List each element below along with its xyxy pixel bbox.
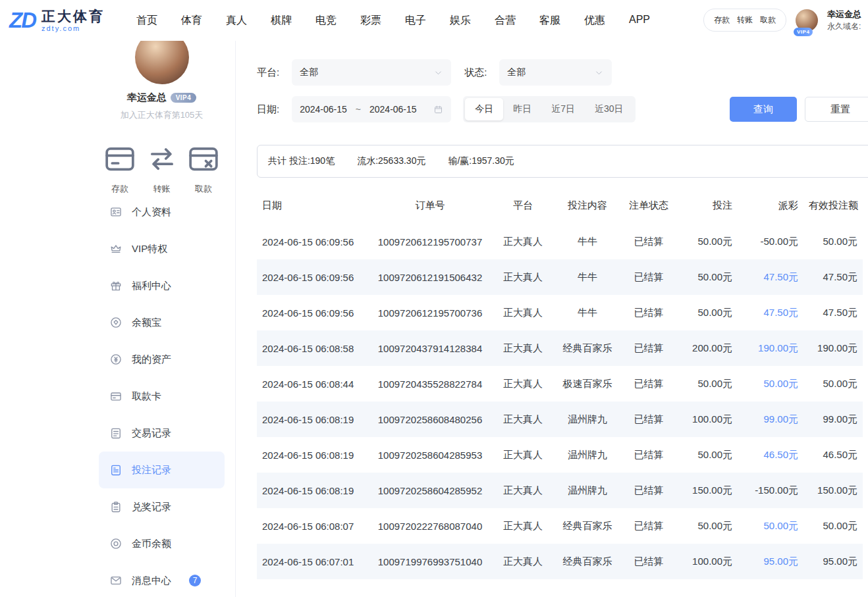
sidebar-item-redeem[interactable]: 兑奖记录 bbox=[99, 488, 225, 525]
quick-action-label: 转账 bbox=[153, 184, 171, 194]
table-row[interactable]: 2024-06-15 06:08:191009720258604285953正大… bbox=[257, 437, 863, 473]
gift-icon bbox=[109, 279, 122, 292]
sidebar-item-bet-records[interactable]: 投注记录 bbox=[99, 452, 225, 488]
platform-select-value: 全部 bbox=[300, 66, 318, 78]
clipboard-icon bbox=[109, 500, 122, 513]
date-from: 2024-06-15 bbox=[300, 104, 347, 115]
cell-bet: 50.00元 bbox=[677, 259, 738, 295]
sidebar-item-withdraw-card[interactable]: 取款卡 bbox=[99, 378, 225, 415]
table-row[interactable]: 2024-06-15 06:09:561009720612195700737正大… bbox=[257, 224, 863, 259]
transfer-icon bbox=[144, 134, 180, 183]
cell-content: 温州牌九 bbox=[555, 437, 620, 473]
cell-platform: 正大真人 bbox=[491, 544, 555, 579]
table-row[interactable]: 2024-06-15 06:07:011009719976993751040正大… bbox=[257, 544, 863, 579]
table-header-row: 日期订单号平台投注内容注单状态投注派彩有效投注额 bbox=[257, 187, 863, 224]
cell-bet: 200.00元 bbox=[677, 330, 738, 366]
sidebar-item-label: 余额宝 bbox=[132, 317, 161, 329]
nav-item-2[interactable]: 真人 bbox=[226, 14, 247, 28]
nav-item-10[interactable]: 优惠 bbox=[584, 14, 605, 28]
sidebar-item-yuebao[interactable]: 余额宝 bbox=[99, 304, 225, 341]
nav-item-11[interactable]: APP bbox=[629, 14, 650, 28]
nav-item-8[interactable]: 合营 bbox=[495, 14, 516, 28]
table-body: 2024-06-15 06:09:561009720612195700737正大… bbox=[257, 224, 863, 579]
user-avatar[interactable]: VIP4 bbox=[796, 9, 818, 32]
sidebar-item-label: 个人资料 bbox=[132, 206, 171, 219]
sidebar-item-messages[interactable]: 消息中心7 bbox=[99, 562, 225, 597]
nav-item-3[interactable]: 棋牌 bbox=[271, 14, 292, 28]
table-row[interactable]: 2024-06-15 06:08:191009720258604285952正大… bbox=[257, 473, 863, 508]
cell-platform: 正大真人 bbox=[491, 366, 555, 402]
sidebar-item-assets[interactable]: 我的资产 bbox=[99, 341, 225, 378]
cell-platform: 正大真人 bbox=[491, 330, 555, 366]
cell-order: 1009719976993751040 bbox=[369, 544, 491, 579]
nav-item-9[interactable]: 客服 bbox=[539, 14, 560, 28]
table-row[interactable]: 2024-06-15 06:08:191009720258608480256正大… bbox=[257, 402, 863, 437]
deposit-icon bbox=[101, 134, 138, 183]
wallet-link-2[interactable]: 取款 bbox=[760, 14, 776, 26]
table-row[interactable]: 2024-06-15 06:09:561009720612191506432正大… bbox=[257, 259, 863, 295]
nav-item-6[interactable]: 电子 bbox=[405, 14, 426, 28]
column-header-status: 注单状态 bbox=[620, 187, 677, 224]
quick-action-transfer[interactable]: 转账 bbox=[144, 134, 180, 183]
cell-content: 经典百家乐 bbox=[555, 330, 620, 366]
cell-platform: 正大真人 bbox=[491, 295, 555, 330]
status-select-value: 全部 bbox=[507, 66, 526, 78]
platform-select[interactable]: 全部 bbox=[292, 59, 451, 86]
cell-date: 2024-06-15 06:08:19 bbox=[257, 402, 369, 437]
summary-total-bets: 共计 投注:190笔 bbox=[268, 155, 335, 167]
sidebar-item-transactions[interactable]: 交易记录 bbox=[99, 415, 225, 452]
cell-date: 2024-06-15 06:08:58 bbox=[257, 330, 369, 366]
cell-order: 1009720435528822784 bbox=[369, 366, 491, 402]
table-row[interactable]: 2024-06-15 06:08:581009720437914128384正大… bbox=[257, 330, 863, 366]
sidebar-item-welfare[interactable]: 福利中心 bbox=[99, 267, 225, 304]
nav-item-5[interactable]: 彩票 bbox=[360, 14, 381, 28]
coin-icon bbox=[109, 537, 122, 550]
cell-status: 已结算 bbox=[620, 224, 677, 259]
vip-badge: VIP4 bbox=[794, 28, 813, 36]
sidebar-item-coins[interactable]: 金币余额 bbox=[99, 525, 225, 562]
quick-action-withdraw[interactable]: 取款 bbox=[185, 134, 222, 183]
cell-date: 2024-06-15 06:07:01 bbox=[257, 544, 369, 579]
logo-mark: ZD bbox=[9, 8, 36, 33]
search-button[interactable]: 查询 bbox=[730, 97, 797, 122]
cell-content: 牛牛 bbox=[555, 224, 620, 259]
cell-order: 1009720258604285953 bbox=[369, 437, 491, 473]
cell-platform: 正大真人 bbox=[491, 259, 555, 295]
cell-date: 2024-06-15 06:08:07 bbox=[257, 508, 369, 544]
wallet-link-0[interactable]: 存款 bbox=[714, 14, 730, 26]
quick-action-deposit[interactable]: 存款 bbox=[101, 134, 138, 183]
nav-item-4[interactable]: 电竞 bbox=[315, 14, 337, 28]
reset-button[interactable]: 重置 bbox=[805, 97, 868, 122]
cell-status: 已结算 bbox=[620, 295, 677, 330]
cell-payout: 190.00元 bbox=[738, 330, 803, 366]
table-row[interactable]: 2024-06-15 06:09:561009720612195700736正大… bbox=[257, 295, 863, 330]
top-nav: 首页体育真人棋牌电竞彩票电子娱乐合营客服优惠APP bbox=[136, 14, 650, 28]
range-button-3[interactable]: 近30日 bbox=[585, 98, 634, 120]
nav-item-1[interactable]: 体育 bbox=[181, 14, 202, 28]
sidebar-item-profile[interactable]: 个人资料 bbox=[99, 194, 225, 230]
cell-valid: 95.00元 bbox=[803, 544, 863, 579]
brand-logo[interactable]: ZD 正大体育 zdty.com bbox=[9, 8, 105, 33]
sidebar-item-vip[interactable]: VIP特权 bbox=[99, 230, 225, 267]
cell-bet: 50.00元 bbox=[677, 224, 738, 259]
cell-date: 2024-06-15 06:09:56 bbox=[257, 295, 369, 330]
cell-order: 1009720258608480256 bbox=[369, 402, 491, 437]
wallet-link-1[interactable]: 转账 bbox=[737, 14, 753, 26]
bank-card-icon bbox=[109, 390, 122, 403]
brand-domain: zdty.com bbox=[41, 24, 105, 32]
status-select[interactable]: 全部 bbox=[499, 59, 612, 86]
cell-valid: 50.00元 bbox=[803, 224, 863, 259]
cell-date: 2024-06-15 06:08:19 bbox=[257, 473, 369, 508]
cell-status: 已结算 bbox=[620, 437, 677, 473]
range-button-1[interactable]: 昨日 bbox=[503, 98, 541, 120]
cell-valid: 50.00元 bbox=[803, 366, 863, 402]
nav-item-7[interactable]: 娱乐 bbox=[450, 14, 471, 28]
table-row[interactable]: 2024-06-15 06:08:441009720435528822784正大… bbox=[257, 366, 863, 402]
date-range-input[interactable]: 2024-06-15 ~ 2024-06-15 bbox=[292, 96, 451, 122]
cell-status: 已结算 bbox=[620, 544, 677, 579]
range-button-0[interactable]: 今日 bbox=[465, 98, 503, 120]
cell-content: 牛牛 bbox=[555, 259, 620, 295]
nav-item-0[interactable]: 首页 bbox=[136, 14, 157, 28]
table-row[interactable]: 2024-06-15 06:08:071009720222768087040正大… bbox=[257, 508, 863, 544]
range-button-2[interactable]: 近7日 bbox=[541, 98, 585, 120]
